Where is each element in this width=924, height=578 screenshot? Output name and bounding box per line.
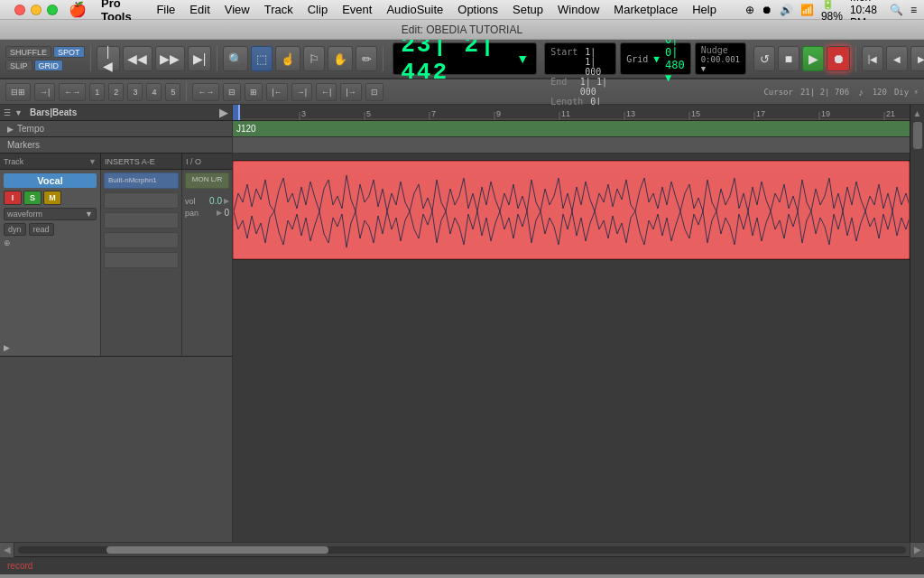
menu-clip[interactable]: Clip xyxy=(308,3,328,16)
shuffle-button[interactable]: SHUFFLE xyxy=(5,46,51,58)
menu-marketplace[interactable]: Marketplace xyxy=(614,3,678,16)
spot-button[interactable]: SPOT xyxy=(53,46,85,58)
menu-track[interactable]: Track xyxy=(264,3,293,16)
prev-button[interactable]: ◀ xyxy=(886,46,908,71)
menu-help[interactable]: Help xyxy=(692,3,716,16)
pencil-tool-button[interactable]: ✏ xyxy=(356,46,377,71)
menu-file[interactable]: File xyxy=(156,3,175,16)
scroll-left-button[interactable]: ◀ xyxy=(0,543,14,557)
clip-gain-button[interactable]: ⊟⊞ xyxy=(5,83,31,101)
other-btn[interactable]: |→ xyxy=(340,83,361,101)
solo-button[interactable]: S xyxy=(23,191,42,205)
menu-event[interactable]: Event xyxy=(342,3,372,16)
selector-tool-button[interactable]: ⬚ xyxy=(251,46,273,71)
grid-value[interactable]: 0| 0| 480 ▼ xyxy=(665,33,685,84)
forward-button[interactable]: ▶▶ xyxy=(155,46,185,71)
loop-btn2[interactable]: ←| xyxy=(316,83,337,101)
next-button[interactable]: ▶ xyxy=(910,46,924,71)
menu-view[interactable]: View xyxy=(225,3,250,16)
track-comp-button[interactable]: ⊕ xyxy=(4,238,97,247)
track-expand-button[interactable]: ▶ xyxy=(4,343,97,352)
tracks-collapse-button[interactable]: ☰ xyxy=(4,108,11,117)
insert-slot-1[interactable]: Built-nMcrphn1 xyxy=(104,172,179,189)
menu-setup[interactable]: Setup xyxy=(513,3,543,16)
vscroll-thumb-area[interactable] xyxy=(913,122,922,149)
mute-button[interactable]: M xyxy=(43,191,61,205)
playhead-marker[interactable] xyxy=(233,105,240,121)
bars-beats-text: Bars|Beats xyxy=(30,107,77,117)
maximize-button[interactable] xyxy=(47,5,58,15)
tracks-menu-button[interactable]: ▼ xyxy=(14,108,23,117)
markers-header[interactable]: Markers xyxy=(0,137,232,154)
rewind-button[interactable]: ◀◀ xyxy=(123,46,152,71)
num4-button[interactable]: 4 xyxy=(146,83,162,101)
transport-counter: 23| 2| 442 ▼ xyxy=(393,42,537,75)
sel-button[interactable]: →| xyxy=(291,83,312,101)
vscroll-up[interactable]: ▲ xyxy=(913,108,922,118)
ruler-scroll-right[interactable]: ▶ xyxy=(219,106,228,119)
tempo-marker[interactable]: J120 xyxy=(233,124,256,134)
insert-slot-5[interactable] xyxy=(104,252,179,268)
slip-button[interactable]: SLIP xyxy=(5,60,32,71)
insert-slot-2[interactable] xyxy=(104,192,179,209)
vol-value[interactable]: 0.0 xyxy=(209,196,222,206)
grabber-tool-button[interactable]: ☝ xyxy=(275,46,300,71)
vol-arrow[interactable]: ▶ xyxy=(224,197,229,205)
play-button[interactable]: ▶ xyxy=(802,46,824,71)
record-arm-button[interactable]: I xyxy=(4,191,22,205)
back-button[interactable]: ←→ xyxy=(192,83,219,101)
svg-text:7: 7 xyxy=(431,109,436,118)
grid-dropdown[interactable]: ▼ xyxy=(653,53,660,65)
close-button[interactable] xyxy=(14,5,25,15)
extend-left-button[interactable]: ←→ xyxy=(59,83,86,101)
vocal-audio-lane[interactable] xyxy=(233,161,924,260)
start-value: 1| 1| 000 xyxy=(585,47,610,77)
menu-window[interactable]: Window xyxy=(558,3,599,16)
airplay-icon[interactable]: ⊕ xyxy=(745,4,754,16)
track-menu-icon[interactable]: ▼ xyxy=(88,157,97,166)
vocal-audio-clip[interactable] xyxy=(233,161,910,259)
hscroll-thumb[interactable] xyxy=(106,546,328,554)
counter-dropdown[interactable]: ▼ xyxy=(516,51,529,66)
read-button[interactable]: read xyxy=(29,223,54,236)
trimmer-tool-button[interactable]: ⚐ xyxy=(303,46,325,71)
scroll-right-button[interactable]: ▶ xyxy=(910,543,924,557)
stop-button[interactable]: ■ xyxy=(778,46,799,71)
record-button[interactable]: ⏺ xyxy=(827,46,850,71)
grid-btn2[interactable]: ⊡ xyxy=(365,83,383,101)
dyn-button[interactable]: dyn xyxy=(4,223,26,236)
num3-button[interactable]: 3 xyxy=(127,83,143,101)
pan-value[interactable]: 0 xyxy=(224,208,229,218)
minimize-button[interactable] xyxy=(31,5,42,15)
loop-button[interactable]: ↺ xyxy=(753,46,775,71)
rtoz-button[interactable]: |◀ xyxy=(862,46,883,71)
timeline-tempo-row: J120 xyxy=(233,121,924,137)
menu-edit[interactable]: Edit xyxy=(189,3,209,16)
insert-slot-3[interactable] xyxy=(104,212,179,228)
num5-button[interactable]: 5 xyxy=(165,83,180,101)
menu-options[interactable]: Options xyxy=(457,3,498,16)
go-to-start-button[interactable]: |◀ xyxy=(97,46,120,71)
menu-audiosuite[interactable]: AudioSuite xyxy=(386,3,443,16)
track-view-selector[interactable]: waveform ▼ xyxy=(4,208,97,220)
num2-button[interactable]: 2 xyxy=(108,83,124,101)
insert-slot-4[interactable] xyxy=(104,232,179,248)
trim-right-button[interactable]: |← xyxy=(266,83,287,101)
forward2-button[interactable]: ⊟ xyxy=(223,83,241,101)
output-slot[interactable]: MON L/R xyxy=(185,172,229,189)
hand-tool-button[interactable]: ✋ xyxy=(328,46,353,71)
tempo-header[interactable]: ▶ Tempo xyxy=(0,121,232,137)
grid-button[interactable]: GRID xyxy=(34,60,64,71)
go-to-end-button[interactable]: ▶| xyxy=(188,46,211,71)
trim-left-button[interactable]: ⊞ xyxy=(245,83,263,101)
num1-button[interactable]: 1 xyxy=(89,83,105,101)
search-icon[interactable]: 🔍 xyxy=(890,4,903,16)
track-name-badge[interactable]: Vocal xyxy=(4,173,97,188)
tab-to-transient-button[interactable]: →| xyxy=(34,83,55,101)
nudge-value[interactable]: 0:00.001 ▼ xyxy=(701,55,740,73)
empty-lane-area[interactable] xyxy=(233,260,924,542)
hscroll-track[interactable] xyxy=(18,546,906,554)
zoom-tool-button[interactable]: 🔍 xyxy=(223,46,248,71)
pan-arrow[interactable]: ▶ xyxy=(217,209,222,217)
control-strip-icon[interactable]: ≡ xyxy=(910,4,917,16)
